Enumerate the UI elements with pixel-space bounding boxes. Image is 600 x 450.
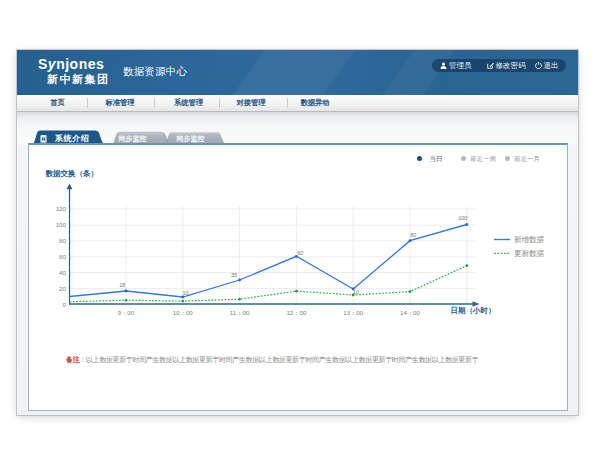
svg-text:14：00: 14：00 xyxy=(400,308,421,315)
svg-text:60: 60 xyxy=(297,249,303,255)
svg-text:日期（小时）: 日期（小时） xyxy=(451,306,496,315)
svg-text:12：00: 12：00 xyxy=(286,308,307,315)
svg-text:更新数据: 更新数据 xyxy=(514,249,545,258)
svg-text:13：00: 13：00 xyxy=(343,308,364,315)
svg-text:11：00: 11：00 xyxy=(230,308,250,315)
svg-text:100: 100 xyxy=(458,215,467,221)
svg-text:9：00: 9：00 xyxy=(118,308,135,315)
svg-text:0: 0 xyxy=(63,301,67,308)
svg-text:100: 100 xyxy=(56,221,67,228)
svg-text:同步监控: 同步监控 xyxy=(119,134,147,142)
svg-text:40: 40 xyxy=(59,269,66,276)
svg-text:10：00: 10：00 xyxy=(173,308,194,315)
svg-text:10: 10 xyxy=(182,290,188,296)
svg-text:同步监控: 同步监控 xyxy=(177,134,205,142)
svg-text:120: 120 xyxy=(56,205,67,212)
svg-text:35: 35 xyxy=(231,272,237,278)
svg-text:80: 80 xyxy=(59,237,66,244)
svg-text:10: 10 xyxy=(353,289,359,295)
svg-text:18: 18 xyxy=(119,281,125,287)
svg-text:新增数据: 新增数据 xyxy=(514,235,545,244)
svg-text:系统介绍: 系统介绍 xyxy=(54,133,89,143)
svg-text:20: 20 xyxy=(59,284,66,291)
svg-text:80: 80 xyxy=(410,232,416,238)
svg-text:60: 60 xyxy=(59,253,66,260)
svg-text:数据交换（条）: 数据交换（条） xyxy=(45,169,99,178)
